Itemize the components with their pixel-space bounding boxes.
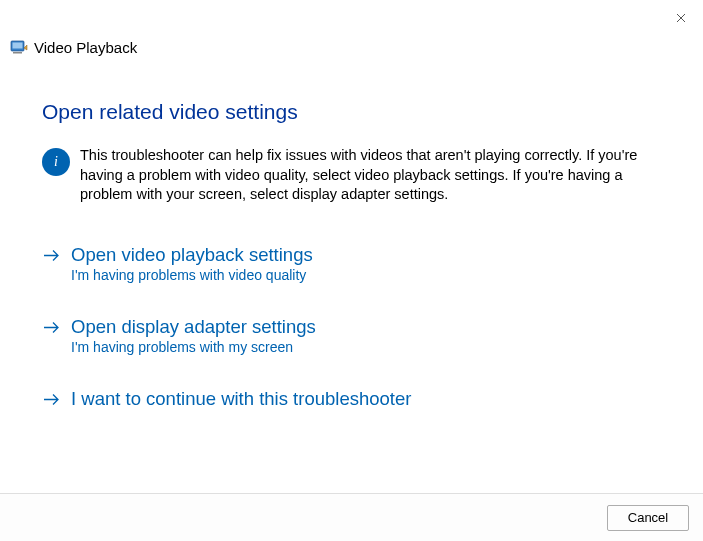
option-display-adapter-settings[interactable]: Open display adapter settings I'm having… bbox=[42, 313, 663, 357]
arrow-right-icon bbox=[42, 246, 61, 265]
content-area: Open related video settings i This troub… bbox=[42, 100, 663, 440]
arrow-right-icon bbox=[42, 390, 61, 409]
option-title: I want to continue with this troubleshoo… bbox=[71, 387, 411, 410]
option-text: Open video playback settings I'm having … bbox=[71, 243, 313, 283]
option-continue-troubleshooter[interactable]: I want to continue with this troubleshoo… bbox=[42, 385, 663, 412]
cancel-button[interactable]: Cancel bbox=[607, 505, 689, 531]
svg-rect-2 bbox=[13, 52, 22, 54]
option-text: I want to continue with this troubleshoo… bbox=[71, 387, 411, 410]
video-playback-icon bbox=[10, 38, 28, 56]
svg-marker-3 bbox=[24, 45, 27, 50]
arrow-right-icon bbox=[42, 318, 61, 337]
option-title: Open video playback settings bbox=[71, 243, 313, 266]
page-heading: Open related video settings bbox=[42, 100, 663, 124]
info-text: This troubleshooter can help fix issues … bbox=[80, 146, 663, 205]
info-row: i This troubleshooter can help fix issue… bbox=[42, 146, 663, 205]
footer-bar: Cancel bbox=[0, 493, 703, 541]
option-text: Open display adapter settings I'm having… bbox=[71, 315, 316, 355]
info-icon: i bbox=[42, 148, 70, 176]
option-subtitle: I'm having problems with video quality bbox=[71, 267, 313, 283]
close-icon bbox=[676, 13, 686, 23]
close-button[interactable] bbox=[671, 8, 691, 28]
window-title: Video Playback bbox=[34, 39, 137, 56]
window-title-row: Video Playback bbox=[10, 38, 137, 56]
option-title: Open display adapter settings bbox=[71, 315, 316, 338]
option-subtitle: I'm having problems with my screen bbox=[71, 339, 316, 355]
option-video-playback-settings[interactable]: Open video playback settings I'm having … bbox=[42, 241, 663, 285]
svg-rect-1 bbox=[13, 43, 23, 49]
